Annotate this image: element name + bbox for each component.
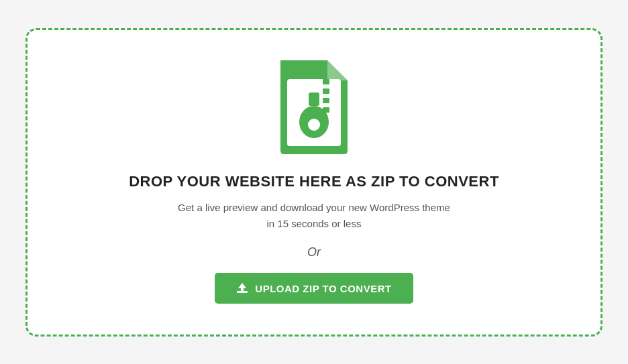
svg-rect-8 [237, 291, 248, 293]
drop-subtitle: Get a live preview and download your new… [178, 200, 450, 232]
svg-rect-3 [323, 98, 329, 103]
svg-rect-5 [309, 93, 319, 106]
upload-zip-button[interactable]: UPLOAD ZIP TO CONVERT [215, 273, 413, 304]
upload-button-label: UPLOAD ZIP TO CONVERT [255, 283, 391, 294]
zip-file-icon [274, 60, 354, 157]
svg-marker-9 [238, 283, 246, 291]
upload-icon [236, 282, 248, 294]
drop-zone[interactable]: DROP YOUR WEBSITE HERE AS ZIP TO CONVERT… [25, 28, 603, 337]
or-separator: Or [307, 245, 321, 259]
svg-rect-2 [323, 88, 329, 94]
svg-point-7 [308, 119, 320, 131]
drop-headline: DROP YOUR WEBSITE HERE AS ZIP TO CONVERT [129, 173, 499, 190]
svg-rect-1 [323, 79, 329, 84]
